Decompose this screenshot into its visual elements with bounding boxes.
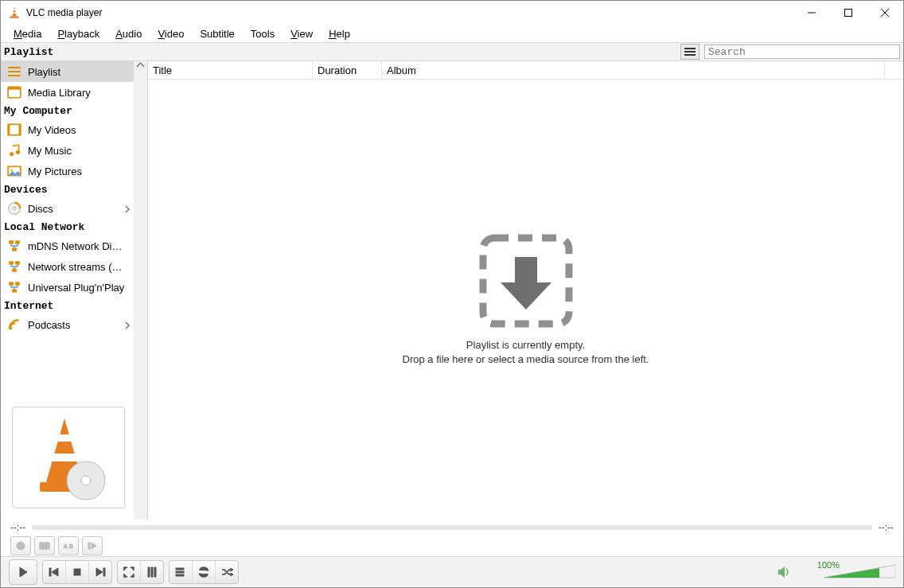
- svg-point-20: [13, 207, 16, 210]
- time-elapsed: --:--: [10, 522, 25, 533]
- sidebar-item-discs[interactable]: Discs: [1, 198, 134, 219]
- svg-point-18: [10, 169, 13, 171]
- svg-rect-8: [684, 51, 696, 53]
- sidebar-item-sap[interactable]: Network streams (SAP): [1, 256, 134, 277]
- menu-tools[interactable]: Tools: [243, 26, 282, 41]
- svg-rect-48: [154, 567, 156, 577]
- toggle-playlist-button[interactable]: [170, 561, 193, 583]
- video-icon: [7, 123, 21, 137]
- svg-rect-11: [8, 87, 21, 89]
- svg-rect-12: [8, 124, 21, 135]
- svg-rect-49: [176, 568, 184, 570]
- titlebar: VLC media player: [1, 1, 903, 25]
- svg-point-39: [43, 544, 47, 548]
- sidebar-heading-devices: Devices: [1, 181, 134, 198]
- sidebar-item-label: Podcasts: [28, 319, 70, 331]
- frame-step-button[interactable]: [82, 536, 103, 555]
- menu-video[interactable]: Video: [150, 26, 192, 41]
- sidebar-item-media-library[interactable]: Media Library: [1, 82, 134, 103]
- svg-rect-23: [12, 247, 17, 251]
- svg-rect-31: [56, 434, 72, 442]
- volume-percent: 100%: [817, 560, 840, 570]
- column-album[interactable]: Album: [382, 61, 885, 79]
- sidebar-item-label: My Music: [28, 145, 72, 157]
- sidebar-item-my-videos[interactable]: My Videos: [1, 119, 134, 140]
- extended-settings-button[interactable]: [141, 561, 163, 583]
- stop-button[interactable]: [66, 561, 89, 583]
- strip-title: Playlist: [4, 46, 53, 58]
- sidebar-heading-local-network: Local Network: [1, 219, 134, 236]
- svg-point-30: [10, 327, 13, 330]
- record-button[interactable]: [10, 536, 31, 555]
- svg-rect-32: [53, 454, 76, 461]
- column-title[interactable]: Title: [148, 61, 313, 79]
- menu-media[interactable]: Media: [6, 26, 49, 41]
- svg-point-16: [16, 150, 20, 154]
- menu-subtitle[interactable]: Subtitle: [192, 26, 242, 41]
- column-duration[interactable]: Duration: [313, 61, 382, 79]
- cover-art: [12, 407, 125, 508]
- playlist-view-mode-button[interactable]: [680, 44, 699, 60]
- sidebar-scrollbar[interactable]: [134, 61, 147, 520]
- minimize-button[interactable]: [793, 1, 830, 25]
- loop-button[interactable]: [193, 561, 216, 583]
- svg-rect-21: [9, 240, 14, 244]
- menu-view[interactable]: View: [282, 26, 321, 41]
- svg-rect-28: [15, 282, 20, 286]
- svg-rect-25: [15, 261, 20, 265]
- svg-rect-2: [10, 17, 18, 18]
- sidebar-item-podcasts[interactable]: Podcasts: [1, 314, 134, 335]
- next-button[interactable]: [89, 561, 111, 583]
- svg-rect-13: [8, 124, 10, 135]
- svg-point-35: [81, 476, 91, 485]
- seek-row: --:-- --:--: [1, 520, 903, 535]
- svg-rect-43: [49, 568, 51, 576]
- menu-help[interactable]: Help: [321, 26, 358, 41]
- control-bar: 100%: [1, 556, 903, 587]
- fullscreen-button[interactable]: [118, 561, 141, 583]
- network-icon: [7, 239, 21, 253]
- dock-buttons: AB: [1, 535, 903, 556]
- svg-rect-29: [12, 289, 17, 293]
- sidebar-item-upnp[interactable]: Universal Plug'n'Play: [1, 277, 134, 298]
- playlist-header-strip: Playlist Playlist: [1, 42, 903, 61]
- ab-loop-button[interactable]: AB: [58, 536, 79, 555]
- vlc-cone-icon: [7, 6, 21, 20]
- sidebar-item-label: Network streams (SAP): [28, 261, 127, 273]
- sidebar-item-playlist[interactable]: Playlist: [1, 61, 134, 82]
- svg-rect-45: [103, 568, 105, 576]
- maximize-button[interactable]: [830, 1, 867, 25]
- snapshot-button[interactable]: [34, 536, 55, 555]
- volume-control[interactable]: 100%: [777, 563, 895, 581]
- svg-rect-44: [74, 569, 80, 575]
- sidebar-item-label: My Pictures: [28, 165, 82, 177]
- menu-playback[interactable]: Playback: [49, 26, 107, 41]
- search-input[interactable]: [704, 45, 900, 59]
- seek-slider[interactable]: [32, 525, 871, 530]
- sidebar-item-my-music[interactable]: My Music: [1, 140, 134, 161]
- sidebar-item-my-pictures[interactable]: My Pictures: [1, 161, 134, 181]
- drop-zone[interactable]: Playlist is currently empty. Drop a file…: [148, 80, 903, 520]
- pictures-icon: [7, 164, 21, 178]
- svg-rect-1: [12, 13, 16, 14]
- close-button[interactable]: [867, 1, 903, 25]
- previous-button[interactable]: [43, 561, 66, 583]
- time-total: --:--: [879, 522, 894, 533]
- shuffle-button[interactable]: [216, 561, 238, 583]
- sidebar: Playlist Media Library My Computer My Vi…: [1, 61, 148, 520]
- svg-rect-0: [13, 10, 16, 11]
- sidebar-item-label: mDNS Network Disco...: [28, 240, 127, 252]
- music-icon: [7, 143, 21, 158]
- svg-rect-51: [176, 574, 184, 576]
- menu-audio[interactable]: Audio: [107, 26, 150, 41]
- play-button[interactable]: [10, 560, 37, 584]
- svg-text:B: B: [69, 543, 73, 549]
- svg-rect-46: [148, 567, 150, 577]
- sidebar-item-mdns[interactable]: mDNS Network Disco...: [1, 236, 134, 256]
- chevron-right-icon: [124, 321, 131, 332]
- svg-rect-27: [9, 282, 14, 286]
- app-window: VLC media player Media Playback Audio Vi…: [0, 0, 904, 588]
- disc-icon: [7, 201, 21, 216]
- drop-arrow-icon: [478, 233, 574, 329]
- sidebar-item-label: My Videos: [28, 124, 76, 136]
